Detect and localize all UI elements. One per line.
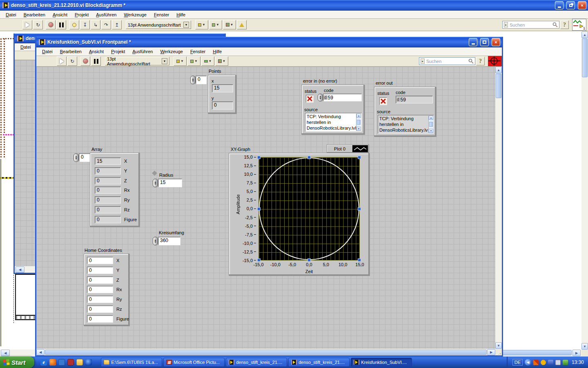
plot-area[interactable] (258, 157, 360, 260)
home-value-ry[interactable]: 0 (87, 296, 113, 303)
circumference-control[interactable]: ▲▼ 360 (153, 237, 180, 245)
retain-wire-values-button[interactable]: ↧ (80, 20, 90, 29)
reorder-button[interactable]: ▼ (223, 20, 236, 29)
abort-button[interactable] (80, 56, 90, 66)
scroll-thumb[interactable] (45, 350, 487, 355)
folder-icon[interactable] (76, 359, 83, 366)
menu-item[interactable]: Fenster (151, 11, 172, 18)
scroll-right-button[interactable]: ▶ (487, 349, 495, 355)
plot-handle[interactable] (358, 207, 361, 211)
scroll-left-button[interactable]: ◀ (1, 350, 10, 356)
error-in-code-value[interactable]: 59 (328, 95, 333, 101)
home-value-z[interactable]: 0 (87, 276, 113, 284)
points-x-value[interactable]: 15 (212, 84, 233, 92)
menu-item[interactable]: Fenster (187, 48, 209, 55)
menu-item[interactable]: Hilfe (209, 48, 225, 55)
scroll-left-button[interactable]: ◀ (16, 267, 24, 273)
close-button[interactable]: × (492, 38, 500, 46)
distribute-objects-button[interactable]: ▼ (209, 20, 222, 29)
menu-item[interactable]: Ausführen (93, 11, 120, 18)
menu-item[interactable]: Datei (2, 11, 20, 18)
tray-settings-gear-icon[interactable] (541, 360, 546, 365)
run-button[interactable] (22, 20, 32, 29)
maximize-button[interactable] (480, 38, 489, 46)
frontpanel-canvas[interactable]: Points ▲▼ 0 x 15 y 0 error in (no error)… (36, 67, 495, 349)
menu-item[interactable]: Hilfe (173, 11, 189, 18)
array-index[interactable]: ▲▼ 0 (74, 153, 90, 162)
hide-icons-button[interactable]: ◀ (525, 359, 531, 366)
plot-legend-name[interactable]: Plot 0 (327, 146, 352, 151)
menu-item[interactable]: Datei (39, 48, 56, 55)
plot-handle[interactable] (257, 207, 261, 211)
scroll-thumb[interactable] (496, 74, 501, 98)
menu-item[interactable]: Projekt (108, 48, 128, 55)
plot-handle[interactable] (257, 156, 261, 159)
step-out-button[interactable]: ↥ (112, 20, 122, 29)
run-continuously-button[interactable]: ↻ (67, 56, 77, 66)
taskbar-item-kreisfunktion[interactable]: Kreisfunktion_SubVI.... (351, 358, 412, 367)
tray-office-icon[interactable] (533, 360, 539, 365)
scroll-up-button[interactable]: ▲ (581, 31, 588, 38)
plot-handle[interactable] (257, 258, 261, 262)
error-in-code-control[interactable]: ▲▼ d 59 (318, 94, 362, 101)
help-button[interactable]: ? (476, 57, 485, 65)
radius-value[interactable]: 15 (158, 179, 182, 187)
points-index-spinner[interactable]: ▲▼ (190, 76, 196, 84)
home-value-x[interactable]: 0 (87, 257, 113, 264)
error-in-code-spinner[interactable]: ▲▼ (318, 94, 323, 101)
reorder-button[interactable]: ▼ (215, 56, 228, 66)
menu-item[interactable]: Werkzeuge (120, 11, 149, 18)
run-button[interactable] (57, 56, 67, 66)
step-into-button[interactable]: ↳ (91, 20, 100, 29)
plot-handle[interactable] (307, 156, 311, 159)
outlook-icon[interactable] (58, 359, 65, 366)
radius-control[interactable]: ▲▼ 15 (153, 179, 182, 187)
search-input[interactable]: ▸ Suchen (502, 21, 559, 29)
taskbar-item-explorer[interactable]: E:\Sem.6\TUBIS 1\La... (101, 358, 162, 367)
points-y-value[interactable]: 0 (212, 101, 233, 110)
frontpanel-horizontal-scrollbar[interactable]: ◀ ▶ (36, 349, 502, 355)
menu-item[interactable]: Bearbeiten (20, 11, 49, 18)
tray-network-icon[interactable] (548, 360, 553, 365)
outer-vertical-scrollbar[interactable]: ▲ ▼ (581, 31, 588, 350)
sequence-frame-border[interactable] (4, 38, 5, 157)
scroll-down-button[interactable]: ▼ (581, 343, 588, 350)
circumference-spinner[interactable]: ▲▼ (153, 237, 158, 245)
search-input[interactable]: ▸ Suchen (419, 57, 475, 65)
abort-button[interactable] (46, 20, 56, 29)
internet-explorer-icon[interactable]: e (40, 359, 47, 366)
tray-volume-muted-icon[interactable] (555, 360, 561, 365)
source-scrollbar[interactable]: ▲▼ (356, 114, 361, 131)
resize-grip[interactable] (495, 349, 502, 355)
menu-item[interactable]: Ansicht (49, 11, 71, 18)
pause-button[interactable] (56, 20, 66, 29)
align-objects-button[interactable]: ▼ (195, 20, 208, 29)
points-index[interactable]: ▲▼ 0 (190, 76, 207, 84)
plot-line-sample[interactable] (352, 145, 368, 152)
array-index-value[interactable]: 0 (79, 153, 90, 162)
points-index-value[interactable]: 0 (196, 76, 207, 84)
plot-handle[interactable] (307, 258, 311, 262)
run-continuously-button[interactable]: ↻ (33, 20, 43, 29)
menu-item[interactable]: Ausführen (129, 48, 156, 55)
frontpanel-vertical-scrollbar[interactable]: ▲ ▼ (495, 67, 502, 349)
step-over-button[interactable]: ↷ (101, 20, 111, 29)
array-index-spinner[interactable]: ▲▼ (74, 153, 79, 162)
plot-legend[interactable]: Plot 0 (327, 144, 369, 153)
menu-item[interactable]: Bearbeiten (57, 48, 85, 55)
radix-indicator[interactable]: d (323, 95, 327, 100)
minimize-button[interactable] (555, 1, 564, 9)
taskbar-item-denso-vi-1[interactable]: denso_stift_kreis_21.... (226, 358, 287, 367)
taskbar-clock[interactable]: 13:30 (572, 359, 584, 365)
search-scope-icon[interactable]: ▸ (504, 22, 508, 27)
plot-handle[interactable] (358, 258, 361, 262)
sequence-frame-border[interactable] (0, 38, 2, 157)
menu-item[interactable]: Werkzeuge (157, 48, 186, 55)
minimize-button[interactable] (469, 38, 477, 46)
taskbar-item-denso-vi-2[interactable]: denso_stift_kreis_21.... (288, 358, 350, 367)
start-button[interactable]: Start (0, 357, 34, 368)
font-selector[interactable]: 13pt Anwendungsschriftart ▼ (126, 20, 191, 29)
pause-button[interactable] (91, 56, 101, 66)
frame-structure[interactable] (15, 274, 36, 320)
scroll-right-button[interactable]: ▶ (572, 350, 581, 356)
